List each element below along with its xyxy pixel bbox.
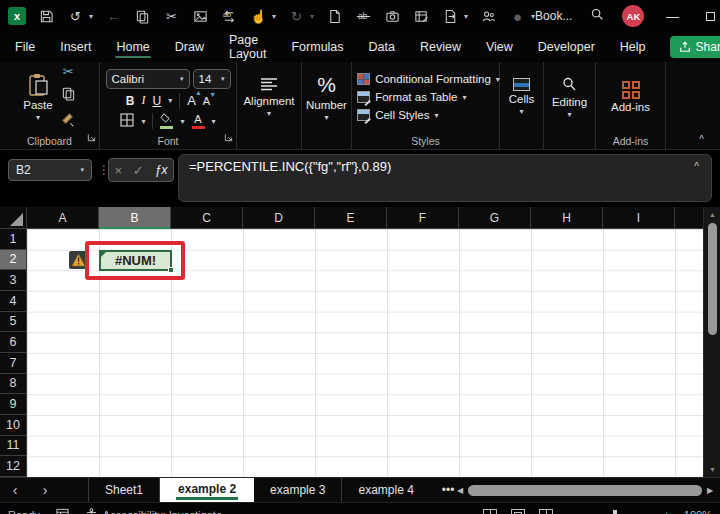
minimize-button[interactable]: — [662,9,682,24]
page-break-view-icon[interactable] [539,509,553,514]
column-header-e[interactable]: E [315,207,387,229]
cells-button[interactable]: Cells ▾ [509,78,535,116]
sheet-tab-example-4[interactable]: example 4 [342,478,429,503]
translate-icon[interactable]: ab [221,8,238,25]
font-size-select[interactable]: 14▾ [193,69,231,89]
row-header-9[interactable]: 9 [0,394,27,415]
column-header-i[interactable]: I [603,207,675,229]
row-header-7[interactable]: 7 [0,353,27,374]
tab-insert[interactable]: Insert [59,34,92,60]
insert-function-icon[interactable]: ƒx [154,163,167,177]
document-title[interactable]: Book... [535,9,572,23]
row-header-10[interactable]: 10 [0,415,27,436]
more-sheets-icon[interactable]: ••• [442,483,455,497]
search-icon[interactable] [590,7,604,25]
sheet-nav-left-icon[interactable]: ‹ [0,482,30,498]
table-edit-icon[interactable] [413,8,430,25]
maximize-button[interactable] [700,9,720,24]
cancel-icon[interactable]: × [114,163,122,178]
tab-draw[interactable]: Draw [174,34,205,60]
decrease-font-button[interactable]: A▼ [203,95,210,107]
increase-font-button[interactable]: A▲ [187,93,196,108]
row-header-6[interactable]: 6 [0,332,27,353]
copy-button[interactable] [61,86,76,105]
zoom-slider-thumb[interactable] [613,510,617,514]
font-color-dropdown-icon[interactable]: ▾ [212,117,216,126]
sheet-tab-example-2[interactable]: example 2 [160,478,254,503]
row-header-5[interactable]: 5 [0,312,27,333]
font-dialog-launcher-icon[interactable] [224,128,233,146]
zoom-in-icon[interactable]: + [663,509,669,514]
tab-page-layout[interactable]: Page Layout [228,27,268,67]
collapse-ribbon-icon[interactable]: ^ [699,134,704,145]
scroll-right-icon[interactable]: ▶ [704,486,716,495]
camera-icon[interactable] [384,8,401,25]
format-painter-button[interactable] [61,112,76,131]
font-name-select[interactable]: Calibri▾ [106,69,190,89]
people-icon[interactable] [480,8,497,25]
copy-icon[interactable] [134,8,151,25]
underline-dropdown-icon[interactable]: ▾ [168,96,172,105]
tab-formulas[interactable]: Formulas [290,34,344,60]
vertical-scroll-thumb[interactable] [708,223,717,335]
picture-icon[interactable] [192,8,209,25]
sheet-tab-example-3[interactable]: example 3 [254,478,342,503]
enter-icon[interactable]: ✓ [133,163,144,178]
excel-logo-icon[interactable]: x [8,7,26,25]
italic-button[interactable]: I [141,93,145,108]
column-header-d[interactable]: D [243,207,315,229]
export-icon[interactable] [442,8,459,25]
scroll-left-icon[interactable]: ◀ [454,486,466,495]
row-header-12[interactable]: 12 [0,456,27,477]
column-header-a[interactable]: A [27,207,99,229]
underline-button[interactable]: U [152,94,161,108]
undo-dropdown-icon[interactable]: ▾ [89,12,93,21]
expand-formula-bar-icon[interactable]: ^ [694,161,699,172]
undo-icon[interactable]: ↺ [67,8,84,25]
fill-color-dropdown-icon[interactable]: ▾ [180,117,184,126]
avatar[interactable]: AK [622,5,644,27]
share-button[interactable]: Share ▾ [670,36,720,58]
page-layout-view-icon[interactable] [511,509,525,514]
fill-color-button[interactable] [160,113,173,129]
row-header-8[interactable]: 8 [0,374,27,395]
row-header-1[interactable]: 1 [0,229,27,250]
tab-developer[interactable]: Developer [537,34,596,60]
touch-mode-dropdown-icon[interactable]: ▾ [272,12,276,21]
editing-button[interactable]: Editing ▾ [552,76,587,119]
export-dropdown-icon[interactable]: ▾ [464,12,468,21]
touch-mode-icon[interactable]: ☝ [250,8,267,25]
horizontal-scroll-thumb[interactable] [468,485,702,496]
sheet-tab-sheet1[interactable]: Sheet1 [88,478,160,503]
formula-input[interactable]: =PERCENTILE.INC({"fg","rf"},0.89) ^ [178,154,712,202]
paste-button[interactable]: Paste ▾ [23,73,52,122]
save-icon[interactable] [38,8,55,25]
tab-view[interactable]: View [485,34,514,60]
borders-button[interactable] [120,113,134,130]
conditional-formatting-button[interactable]: Conditional Formatting ▾ [357,73,500,85]
tab-home[interactable]: Home [115,34,150,60]
column-header-c[interactable]: C [171,207,243,229]
borders-dropdown-icon[interactable]: ▾ [141,117,145,126]
font-color-button[interactable]: A [192,114,205,129]
tab-help[interactable]: Help [619,34,647,60]
column-header-g[interactable]: G [459,207,531,229]
row-header-11[interactable]: 11 [0,436,27,457]
scroll-down-icon[interactable]: ▼ [704,466,720,473]
vertical-scrollbar[interactable]: ▲ ▼ [703,207,720,477]
row-header-2[interactable]: 2 [0,250,27,271]
strikethrough-icon[interactable]: ab [355,8,372,25]
alignment-button[interactable]: Alignment ▾ [243,77,294,118]
clipboard-dialog-launcher-icon[interactable] [87,128,96,146]
sheet-nav-right-icon[interactable]: › [30,482,60,498]
cells-area[interactable]: #NUM! [27,229,703,477]
cut-icon[interactable]: ✂ [163,8,180,25]
column-header-f[interactable]: F [387,207,459,229]
cell-styles-button[interactable]: Cell Styles ▾ [357,109,438,121]
tab-file[interactable]: File [14,34,36,60]
horizontal-scrollbar[interactable]: ◀ ▶ [454,483,716,498]
row-header-4[interactable]: 4 [0,291,27,312]
bold-button[interactable]: B [126,94,135,108]
select-all-button[interactable] [0,207,27,229]
name-box[interactable]: B2 ▾ [8,159,92,181]
